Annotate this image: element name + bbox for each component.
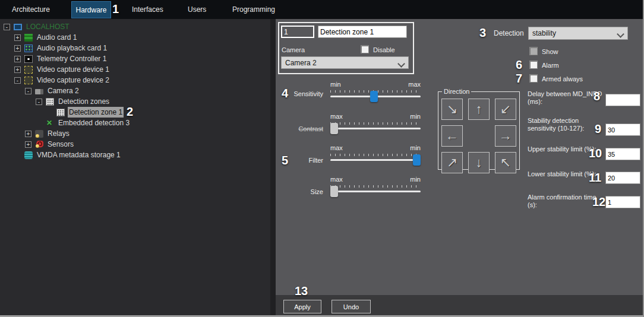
audio-playback-icon	[24, 45, 33, 52]
slider-right-label: max	[408, 81, 421, 88]
slider-thumb[interactable]	[413, 154, 421, 166]
alarm-confirmation-time-input[interactable]	[605, 196, 640, 208]
annotation-marker-13: 13	[295, 284, 308, 298]
direction-down-button[interactable]: ↓	[468, 152, 490, 173]
tree-item-label: Relays	[46, 128, 71, 139]
expander-icon[interactable]: +	[14, 34, 21, 41]
tree-item-label: Video capture device 2	[36, 75, 111, 85]
expander-icon[interactable]: -	[25, 88, 31, 94]
undo-button[interactable]: Undo	[332, 300, 371, 313]
tab-interfaces[interactable]: Interfaces	[132, 5, 163, 14]
direction-nw-button[interactable]: ↖	[495, 152, 516, 173]
tree-item-label: Camera 2	[46, 85, 80, 96]
delay-md-info-input[interactable]	[605, 94, 640, 106]
expander-icon[interactable]: -	[4, 24, 10, 30]
expander-icon[interactable]: -	[36, 99, 42, 105]
slider-thumb[interactable]	[330, 186, 338, 197]
detection-label: Detection	[494, 29, 524, 37]
storage-icon	[24, 151, 33, 159]
slider-ticks	[330, 122, 421, 125]
direction-ne-button[interactable]: ↗	[441, 152, 463, 173]
tree-item-detection-zone-1[interactable]: Detection zone 1	[0, 107, 270, 118]
show-checkbox[interactable]	[529, 47, 538, 55]
panel-splitter[interactable]	[270, 19, 276, 315]
armed-always-label: Armed always	[542, 75, 583, 83]
tree-item-relays[interactable]: + Relays	[0, 128, 270, 139]
slider-right-label: min	[410, 176, 421, 183]
sensitivity-slider[interactable]: min max	[330, 81, 421, 104]
alarm-label: Alarm	[542, 62, 559, 69]
direction-left-button[interactable]: ←	[441, 125, 463, 147]
detection-select-value: stability	[532, 29, 556, 37]
expander-icon[interactable]: +	[14, 56, 21, 62]
size-label: Size	[272, 188, 323, 195]
grid-icon	[56, 109, 65, 116]
tree-item-telemetry-controller[interactable]: + Telemetry Controller 1	[0, 53, 270, 64]
annotation-marker-12: 12	[592, 195, 605, 209]
annotation-marker-3: 3	[479, 26, 486, 40]
tree-item-vmda-metadata-storage[interactable]: VMDA metadata storage 1	[0, 150, 270, 160]
tree-item-embedded-detection-3[interactable]: Embedded detection 3	[0, 118, 270, 128]
slider-ticks	[330, 154, 421, 156]
tree-item-localhost[interactable]: - LOCALHOST	[0, 21, 270, 32]
camera-icon	[35, 89, 43, 94]
lower-stability-limit-input[interactable]	[605, 172, 640, 184]
stability-sensitivity-label: Stability detection sensitivity (10-127)…	[528, 117, 604, 132]
disable-label: Disable	[373, 46, 395, 53]
chevron-down-icon	[617, 30, 624, 38]
monitor-icon	[14, 24, 22, 30]
slider-track[interactable]	[330, 191, 421, 192]
expander-icon[interactable]: +	[14, 45, 21, 52]
tree-item-audio-card[interactable]: + Audio card 1	[0, 32, 270, 43]
stability-sensitivity-input[interactable]	[605, 123, 640, 136]
app-window: Architecture Hardware Interfaces Users P…	[0, 0, 644, 317]
expander-icon[interactable]: -	[14, 77, 21, 84]
expander-icon[interactable]: +	[25, 141, 31, 148]
sensor-icon	[35, 141, 43, 148]
alarm-checkbox[interactable]	[529, 61, 538, 69]
tree-item-audio-playback-card[interactable]: + Audio playback card 1	[0, 43, 270, 53]
tab-programming[interactable]: Programming	[232, 5, 275, 14]
direction-right-button[interactable]: →	[495, 125, 516, 147]
direction-sw-button[interactable]: ↙	[495, 99, 516, 120]
camera-select[interactable]: Camera 2	[281, 56, 409, 69]
armed-always-checkbox[interactable]	[529, 74, 538, 83]
tree-item-label: Audio playback card 1	[36, 43, 108, 53]
apply-button[interactable]: Apply	[283, 300, 321, 313]
expander-icon[interactable]: +	[25, 131, 31, 137]
slider-thumb[interactable]	[370, 91, 378, 102]
tab-users[interactable]: Users	[188, 5, 206, 14]
slider-left-label: min	[330, 81, 341, 88]
contrast-slider[interactable]: max min	[330, 113, 421, 137]
slider-ticks	[330, 185, 421, 188]
tab-hardware-label: Hardware	[75, 6, 106, 14]
filter-label: Filter	[272, 157, 323, 164]
direction-up-button[interactable]: ↑	[468, 99, 490, 120]
slider-thumb[interactable]	[330, 123, 338, 134]
capture-device-icon	[24, 66, 33, 74]
slider-track[interactable]	[330, 128, 421, 129]
tree-item-detection-zones[interactable]: - Detection zones	[0, 96, 270, 107]
tree-item-label: Telemetry Controller 1	[36, 53, 108, 64]
delay-md-info-label: Delay between MD_INFO (ms):	[528, 90, 604, 106]
zone-id-input[interactable]	[281, 26, 314, 38]
tab-architecture[interactable]: Architecture	[12, 5, 50, 14]
size-slider[interactable]: max min	[330, 176, 421, 199]
direction-se-button[interactable]: ↘	[441, 99, 463, 120]
zone-name-input[interactable]	[318, 26, 407, 38]
disable-checkbox[interactable]	[361, 45, 369, 53]
embedded-detection-icon	[46, 119, 54, 127]
upper-stability-limit-input[interactable]	[605, 148, 640, 160]
tree-item-label: LOCALHOST	[25, 21, 71, 32]
capture-device-icon	[24, 77, 33, 84]
settings-panel: Camera Disable Camera 2 Sensitivity min …	[276, 19, 643, 315]
tree-item-video-capture-device-2[interactable]: - Video capture device 2	[0, 75, 270, 85]
tree-item-sensors[interactable]: + Sensors	[0, 139, 270, 150]
tab-hardware[interactable]: Hardware	[71, 1, 111, 18]
expander-icon[interactable]: +	[14, 66, 21, 73]
tree-item-camera-2[interactable]: - Camera 2	[0, 85, 270, 96]
tree-item-video-capture-device-1[interactable]: + Video capture device 1	[0, 64, 270, 75]
detection-select[interactable]: stability	[528, 27, 628, 40]
filter-slider[interactable]: max min	[330, 144, 421, 168]
slider-track[interactable]	[330, 159, 421, 161]
